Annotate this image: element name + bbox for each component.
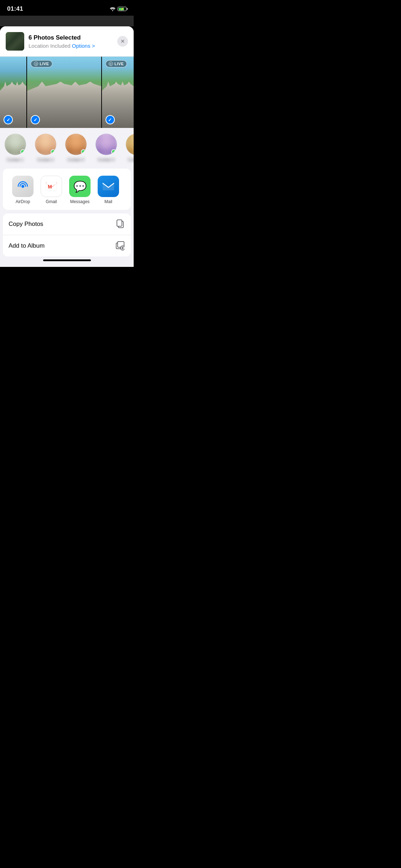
gmail-label: Gmail bbox=[46, 199, 57, 204]
status-icons: ⚡ bbox=[110, 7, 127, 11]
contact-avatar-1 bbox=[5, 134, 26, 155]
mail-icon bbox=[98, 176, 119, 197]
live-text-3: LIVE bbox=[114, 62, 124, 66]
avatar-image-5 bbox=[126, 134, 134, 155]
online-indicator-4 bbox=[111, 149, 116, 154]
messages-bubble-icon: 💬 bbox=[73, 180, 87, 193]
app-item-airdrop[interactable]: AirDrop bbox=[9, 176, 37, 204]
copy-photos-label: Copy Photos bbox=[9, 221, 43, 228]
gmail-svg: M bbox=[45, 181, 58, 192]
header-title: 6 Photos Selected bbox=[29, 34, 113, 42]
photo-item-1[interactable]: ✓ bbox=[0, 57, 26, 128]
messages-icon: 💬 bbox=[69, 176, 91, 197]
share-sheet: 6 Photos Selected Location Included Opti… bbox=[0, 26, 134, 267]
mail-label: Mail bbox=[104, 199, 112, 204]
battery-indicator: ⚡ bbox=[118, 7, 127, 11]
live-dot-inner-3 bbox=[110, 63, 112, 65]
live-dot-ring-3 bbox=[109, 62, 113, 66]
messages-label: Messages bbox=[70, 199, 90, 204]
close-button[interactable]: ✕ bbox=[117, 36, 128, 47]
close-icon: ✕ bbox=[120, 39, 125, 44]
check-circle-3: ✓ bbox=[106, 115, 115, 124]
action-row-copy[interactable]: Copy Photos bbox=[3, 213, 131, 235]
airdrop-icon bbox=[12, 176, 34, 197]
app-item-messages[interactable]: 💬 Messages bbox=[66, 176, 94, 204]
status-time: 01:41 bbox=[7, 5, 23, 12]
app-item-mail[interactable]: Mail bbox=[94, 176, 123, 204]
action-row-album[interactable]: Add to Album bbox=[3, 235, 131, 257]
live-text-2: LIVE bbox=[40, 62, 49, 66]
contact-avatar-2 bbox=[35, 134, 56, 155]
live-badge-2: LIVE bbox=[31, 60, 52, 67]
home-bar bbox=[43, 259, 91, 261]
bolt-icon: ⚡ bbox=[120, 7, 124, 11]
contacts-row: Contact 1 Contact 2 Contact 3 Contact 4 bbox=[0, 128, 134, 165]
live-dot-ring-2 bbox=[34, 62, 38, 66]
contact-name-3: Contact 3 bbox=[67, 157, 84, 162]
options-link[interactable]: Options > bbox=[72, 43, 95, 49]
svg-text:M: M bbox=[48, 184, 52, 190]
svg-point-0 bbox=[21, 185, 24, 188]
apps-row: AirDrop M Gmail 💬 Mess bbox=[9, 176, 125, 204]
actions-section: Copy Photos Add to Album bbox=[3, 213, 131, 257]
photo-item-2[interactable]: LIVE ✓ bbox=[27, 57, 101, 128]
status-bar: 01:41 ⚡ bbox=[0, 0, 134, 16]
add-to-album-icon bbox=[115, 241, 125, 251]
wifi-icon bbox=[110, 7, 115, 11]
contact-item-3[interactable]: Contact 3 bbox=[61, 134, 91, 162]
battery-icon: ⚡ bbox=[118, 7, 127, 11]
share-header: 6 Photos Selected Location Included Opti… bbox=[0, 26, 134, 57]
online-indicator-1 bbox=[20, 149, 25, 154]
online-indicator-3 bbox=[81, 149, 86, 154]
svg-rect-4 bbox=[117, 220, 122, 226]
contact-avatar-5 bbox=[126, 134, 134, 155]
contact-item-2[interactable]: Contact 2 bbox=[30, 134, 61, 162]
album-icon-svg bbox=[116, 241, 124, 250]
thumbnail-image bbox=[6, 32, 24, 51]
gmail-icon: M bbox=[41, 176, 62, 197]
header-subtitle: Location Included Options > bbox=[29, 43, 113, 49]
contact-name-2: Contact 2 bbox=[37, 157, 54, 162]
photos-strip: ✓ LIVE ✓ LIVE bbox=[0, 57, 134, 128]
header-info: 6 Photos Selected Location Included Opti… bbox=[29, 34, 113, 48]
copy-photos-icon bbox=[115, 219, 125, 229]
contact-item-5[interactable]: Contact 5 bbox=[121, 134, 134, 162]
mail-envelope-svg bbox=[102, 181, 114, 191]
live-dot-inner-2 bbox=[35, 63, 37, 65]
contact-name-1: Contact 1 bbox=[7, 157, 24, 162]
contact-item-1[interactable]: Contact 1 bbox=[0, 134, 30, 162]
app-item-gmail[interactable]: M Gmail bbox=[37, 176, 66, 204]
location-label: Location Included bbox=[29, 43, 71, 49]
checkmark-2: ✓ bbox=[34, 118, 37, 122]
checkmark-1: ✓ bbox=[6, 118, 10, 122]
airdrop-label: AirDrop bbox=[16, 199, 30, 204]
photo-peek-bg bbox=[0, 16, 134, 26]
add-to-album-label: Add to Album bbox=[9, 242, 45, 249]
apps-section: AirDrop M Gmail 💬 Mess bbox=[3, 169, 131, 210]
home-indicator bbox=[0, 257, 134, 267]
contact-item-4[interactable]: Contact 4 bbox=[91, 134, 121, 162]
checkmark-3: ✓ bbox=[108, 118, 112, 122]
airdrop-svg bbox=[16, 180, 29, 193]
copy-icon-svg bbox=[116, 219, 124, 229]
contact-name-4: Contact 4 bbox=[98, 157, 114, 162]
contact-name-5: Contact 5 bbox=[128, 157, 134, 162]
header-thumbnail bbox=[6, 32, 24, 51]
contact-avatar-3 bbox=[65, 134, 87, 155]
online-indicator-2 bbox=[51, 149, 56, 154]
photo-item-3[interactable]: LIVE ✓ bbox=[102, 57, 134, 128]
contact-avatar-4 bbox=[96, 134, 117, 155]
live-badge-3: LIVE bbox=[106, 60, 127, 67]
check-circle-1: ✓ bbox=[4, 115, 13, 124]
